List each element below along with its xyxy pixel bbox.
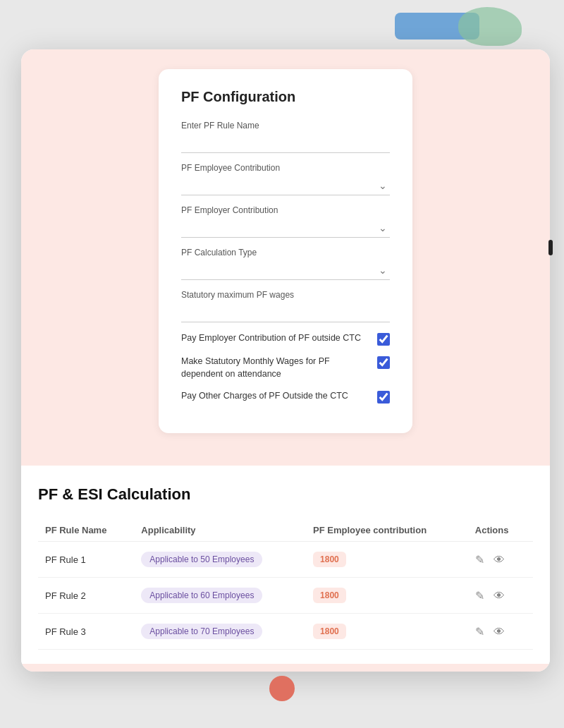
contribution-badge: 1800: [313, 624, 346, 639]
table-row: PF Rule 1 Applicable to 50 Employees 180…: [38, 542, 533, 578]
rule-name-label: Enter PF Rule Name: [181, 121, 390, 131]
pf-esi-table: PF Rule Name Applicability PF Employee c…: [38, 519, 533, 650]
contribution-badge: 1800: [313, 552, 346, 567]
pf-config-card: PF Configuration Enter PF Rule Name PF E…: [159, 69, 412, 433]
calculation-type-label: PF Calculation Type: [181, 248, 390, 257]
cell-applicability: Applicable to 70 Employees: [134, 614, 306, 650]
employee-contribution-select-wrapper: ⌄: [181, 176, 390, 195]
view-icon[interactable]: 👁: [494, 554, 505, 566]
statutory-max-group: Statutory maximum PF wages: [181, 290, 390, 322]
checkbox-group-3: Pay Other Charges of PF Outside the CTC: [181, 390, 390, 404]
cell-contribution: 1800: [306, 614, 468, 650]
col-actions: Actions: [468, 519, 533, 542]
table-header-row: PF Rule Name Applicability PF Employee c…: [38, 519, 533, 542]
side-bar-decoration: [548, 240, 553, 255]
applicability-badge: Applicable to 50 Employees: [141, 552, 262, 567]
view-icon[interactable]: 👁: [494, 626, 505, 638]
table-section: PF & ESI Calculation PF Rule Name Applic…: [21, 466, 550, 664]
cell-contribution: 1800: [306, 542, 468, 578]
checkbox-group-2: Make Statutory Monthly Wages for PF depe…: [181, 356, 390, 380]
calculation-type-select[interactable]: [181, 260, 390, 280]
employer-contribution-label: PF Employer Contribution: [181, 205, 390, 215]
cell-actions: ✎ 👁: [468, 614, 533, 650]
bottom-pink-bar: [21, 664, 550, 672]
blob-green-decoration: [458, 7, 522, 46]
main-card: PF Configuration Enter PF Rule Name PF E…: [21, 49, 550, 672]
employer-contribution-select[interactable]: [181, 218, 390, 238]
table-row: PF Rule 2 Applicable to 60 Employees 180…: [38, 578, 533, 614]
employer-contribution-select-wrapper: ⌄: [181, 218, 390, 238]
cell-contribution: 1800: [306, 578, 468, 614]
edit-icon[interactable]: ✎: [475, 590, 484, 602]
bottom-dot-decoration: [269, 676, 295, 701]
edit-icon[interactable]: ✎: [475, 554, 484, 566]
checkbox-label-3: Pay Other Charges of PF Outside the CTC: [181, 390, 370, 403]
pink-section: PF Configuration Enter PF Rule Name PF E…: [21, 49, 550, 466]
rule-name-input[interactable]: [181, 133, 390, 153]
col-applicability: Applicability: [134, 519, 306, 542]
calculation-type-group: PF Calculation Type ⌄: [181, 248, 390, 280]
employee-contribution-select[interactable]: [181, 176, 390, 195]
checkbox-other-charges[interactable]: [377, 391, 390, 404]
employer-contribution-group: PF Employer Contribution ⌄: [181, 205, 390, 238]
checkbox-statutory-wages[interactable]: [377, 356, 390, 369]
cell-applicability: Applicable to 60 Employees: [134, 578, 306, 614]
statutory-max-label: Statutory maximum PF wages: [181, 290, 390, 300]
checkbox-employer-contribution[interactable]: [377, 333, 390, 346]
checkbox-label-2: Make Statutory Monthly Wages for PF depe…: [181, 356, 370, 380]
applicability-badge: Applicable to 70 Employees: [141, 624, 262, 639]
pf-config-title: PF Configuration: [181, 89, 390, 105]
rule-name-group: Enter PF Rule Name: [181, 121, 390, 153]
cell-rule-name: PF Rule 3: [38, 614, 134, 650]
table-row: PF Rule 3 Applicable to 70 Employees 180…: [38, 614, 533, 650]
cell-applicability: Applicable to 50 Employees: [134, 542, 306, 578]
cell-actions: ✎ 👁: [468, 542, 533, 578]
contribution-badge: 1800: [313, 588, 346, 603]
edit-icon[interactable]: ✎: [475, 626, 484, 638]
section-title: PF & ESI Calculation: [38, 485, 533, 504]
statutory-max-input[interactable]: [181, 303, 390, 322]
cell-actions: ✎ 👁: [468, 578, 533, 614]
view-icon[interactable]: 👁: [494, 590, 505, 602]
checkbox-label-1: Pay Employer Contribution of PF outside …: [181, 332, 370, 345]
employee-contribution-label: PF Employee Contribution: [181, 163, 390, 173]
cell-rule-name: PF Rule 1: [38, 542, 134, 578]
col-rule-name: PF Rule Name: [38, 519, 134, 542]
employee-contribution-group: PF Employee Contribution ⌄: [181, 163, 390, 195]
col-employee-contribution: PF Employee contribution: [306, 519, 468, 542]
checkbox-group-1: Pay Employer Contribution of PF outside …: [181, 332, 390, 346]
calculation-type-select-wrapper: ⌄: [181, 260, 390, 280]
cell-rule-name: PF Rule 2: [38, 578, 134, 614]
applicability-badge: Applicable to 60 Employees: [141, 588, 262, 603]
